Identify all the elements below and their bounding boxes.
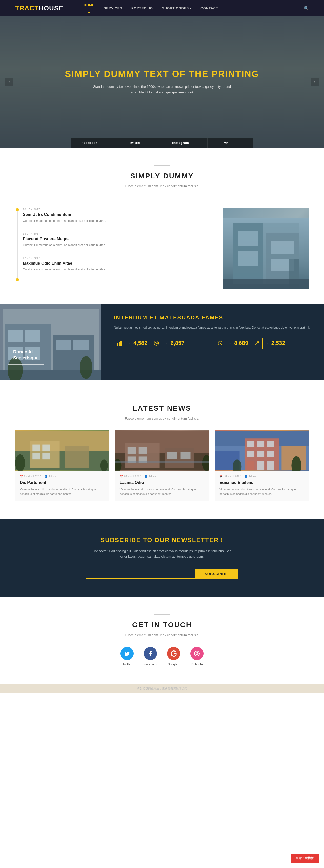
news-subtitle: Fusce elementum sem ut ex condimentum fa…: [15, 416, 309, 420]
social-item-twitter[interactable]: Twitter: [120, 647, 134, 666]
svg-rect-58: [257, 441, 264, 447]
news-card-text-2: Vivamus lacinia odio ut euismod eleifend…: [120, 487, 205, 496]
svg-point-37: [15, 455, 25, 471]
svg-rect-35: [32, 453, 40, 459]
timeline-dot-top: [16, 208, 19, 211]
timeline-text-1: Curabitur maximus odio enim, ac blandit …: [23, 219, 213, 223]
svg-rect-47: [167, 452, 177, 459]
svg-rect-51: [115, 461, 209, 463]
news-meta-2: 📅 28 March 2017 👤 Admin: [120, 475, 205, 478]
hero-next-button[interactable]: ›: [311, 78, 319, 86]
brand-tract: TRACT: [15, 4, 39, 12]
stats-grid: - 4,582 - 6,857 - 8,689 - 2,532: [114, 338, 311, 349]
brand-logo[interactable]: TRACT HOUSE: [15, 4, 63, 12]
hero-social-bar: Facebook Twitter Instagram VK: [0, 138, 324, 148]
svg-rect-30: [15, 451, 109, 470]
hero-social-twitter[interactable]: Twitter: [116, 138, 162, 148]
contact-section: GET IN TOUCH Fusce elementum sem ut ex c…: [0, 597, 324, 684]
social-item-facebook[interactable]: Facebook: [144, 647, 157, 666]
nav-portfolio[interactable]: PORTFOLIO: [131, 6, 153, 10]
svg-point-26: [156, 343, 157, 344]
hero-social-vk[interactable]: VK: [208, 138, 253, 148]
hero-social-facebook[interactable]: Facebook: [71, 138, 116, 148]
svg-rect-13: [8, 330, 23, 342]
news-title: LATEST NEWS: [15, 404, 309, 412]
user-icon: 👤: [244, 475, 247, 478]
calendar-icon: 📅: [219, 475, 223, 478]
svg-rect-34: [42, 445, 50, 451]
svg-rect-18: [73, 340, 89, 350]
timeline-text-3: Curabitur maximus odio enim, ac blandit …: [23, 267, 213, 272]
newsletter-section: SUBSCRIBE TO OUR NEWSLETTER ! Consectetu…: [0, 519, 324, 597]
news-author-3: 👤 Admin: [244, 475, 256, 478]
svg-rect-17: [56, 340, 71, 350]
nav-shortcodes[interactable]: SHORT CODES ▾: [162, 6, 192, 10]
googleplus-icon: [167, 647, 180, 660]
facebook-icon: [144, 647, 157, 660]
stats-building-label: Donec At Scelerisque: [8, 345, 44, 365]
news-author-2: 👤 Admin: [144, 475, 156, 478]
timeline-section: 10 JAN 2017 Sem Ut Ex Condimentum Curabi…: [0, 203, 324, 304]
news-card-text-3: Vivamus lacinia odio ut euismod eleifend…: [219, 487, 304, 496]
stats-title: INTERDUM ET MALESUADA FAMES: [114, 314, 311, 321]
news-image-1: [15, 430, 109, 471]
news-body-3: 📅 30 March 2017 👤 Admin Euismod Eleifend…: [215, 471, 309, 501]
news-date-2: 📅 28 March 2017: [120, 475, 141, 478]
timeline-date-2: 13 JAN 2017: [23, 232, 213, 235]
stat-dash-2: -: [166, 341, 167, 345]
news-image-3: [215, 430, 309, 471]
hero-prev-button[interactable]: ‹: [5, 78, 13, 86]
newsletter-subscribe-button[interactable]: Subscribe: [195, 568, 238, 579]
contact-social-links: Twitter Facebook Google +: [15, 647, 309, 666]
timeline-title-3: Maximus Odio Enim Vitae: [23, 261, 213, 266]
news-author-1: 👤 Admin: [45, 475, 56, 478]
svg-rect-43: [127, 447, 136, 454]
news-meta-3: 📅 30 March 2017 👤 Admin: [219, 475, 304, 478]
social-item-dribbble[interactable]: Dribbble: [190, 647, 204, 666]
stat-dash-1: -: [128, 341, 130, 345]
brand-house: HOUSE: [39, 4, 63, 12]
timeline-line: [17, 208, 18, 281]
hero-social-instagram[interactable]: Instagram: [162, 138, 208, 148]
svg-rect-59: [267, 441, 274, 447]
svg-rect-48: [180, 452, 190, 459]
stat-value-1: 4,582: [134, 340, 147, 346]
nav-home[interactable]: HOME···: [84, 3, 95, 13]
svg-rect-22: [117, 343, 118, 346]
nav-services[interactable]: SERVICES: [104, 6, 122, 10]
timeline-dot-bottom: [16, 278, 19, 281]
news-card-text-1: Vivamus lacinia odio ut euismod eleifend…: [20, 487, 105, 496]
calendar-icon: 📅: [120, 475, 123, 478]
contact-divider: [154, 614, 170, 615]
stat-value-4: 2,532: [271, 340, 285, 346]
newsletter-form: Subscribe: [86, 568, 238, 579]
stats-right: INTERDUM ET MALESUADA FAMES Nullam preti…: [101, 304, 324, 380]
newsletter-title: SUBSCRIBE TO OUR NEWSLETTER !: [15, 537, 309, 544]
hero-section: ‹ SIMPLY DUMMY TEXT OF THE PRINTING Stan…: [0, 16, 324, 148]
svg-rect-5: [271, 241, 294, 254]
simply-subtitle: Fusce elementum sem ut ex condimentum fa…: [15, 184, 309, 188]
stat-dash-4: -: [266, 341, 268, 345]
news-body-2: 📅 28 March 2017 👤 Admin Lacinia Odio Viv…: [115, 471, 209, 501]
search-icon[interactable]: 🔍: [304, 6, 309, 11]
svg-rect-57: [247, 441, 255, 447]
watermark: 请勿转载商业用途，更多免费资源请访问: [0, 684, 324, 693]
news-body-1: 📅 25 March 2017 👤 Admin Dis Parturient V…: [15, 471, 109, 501]
stats-label-line2: Scelerisque: [13, 355, 39, 361]
newsletter-email-input[interactable]: [86, 568, 195, 579]
section-divider-top: [154, 165, 170, 166]
social-item-googleplus[interactable]: Google +: [167, 647, 180, 666]
stat-icon-2: [151, 338, 162, 349]
news-divider-top: [154, 398, 170, 398]
timeline-item: 10 JAN 2017 Sem Ut Ex Condimentum Curabi…: [23, 208, 213, 223]
timeline-image: [223, 208, 309, 289]
nav-contact[interactable]: CONTACT: [201, 6, 218, 10]
calendar-icon: 📅: [20, 475, 23, 478]
stat-dash-3: -: [229, 341, 231, 345]
newsletter-text: Consectetur adipiscing elit. Suspendisse…: [92, 548, 232, 559]
news-card-title-1: Dis Parturient: [20, 480, 105, 485]
news-card-title-3: Euismod Eleifend: [219, 480, 304, 485]
svg-rect-3: [238, 231, 258, 246]
timeline-building-image: [223, 208, 309, 289]
stats-label-line1: Donec At: [13, 349, 33, 354]
